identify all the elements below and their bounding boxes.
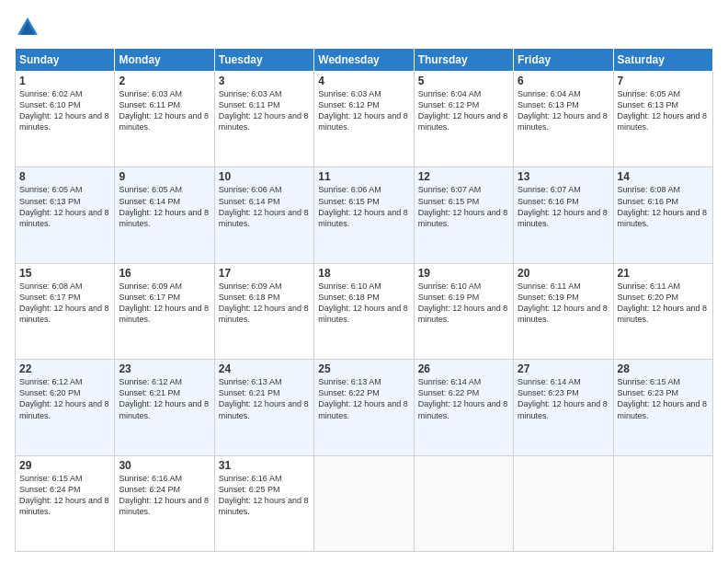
logo: [15, 15, 44, 40]
day-number: 13: [518, 170, 609, 183]
day-info: Sunrise: 6:15 AM Sunset: 6:23 PM Dayligh…: [618, 376, 709, 421]
day-info: Sunrise: 6:06 AM Sunset: 6:14 PM Dayligh…: [219, 184, 310, 229]
day-info: Sunrise: 6:15 AM Sunset: 6:24 PM Dayligh…: [19, 473, 110, 518]
day-info: Sunrise: 6:12 AM Sunset: 6:21 PM Dayligh…: [119, 376, 210, 421]
day-number: 10: [219, 170, 310, 183]
day-info: Sunrise: 6:03 AM Sunset: 6:11 PM Dayligh…: [119, 88, 210, 133]
day-number: 1: [19, 75, 110, 87]
day-info: Sunrise: 6:13 AM Sunset: 6:21 PM Dayligh…: [219, 376, 310, 421]
day-info: Sunrise: 6:07 AM Sunset: 6:15 PM Dayligh…: [418, 184, 509, 229]
calendar-cell: 18 Sunrise: 6:10 AM Sunset: 6:18 PM Dayl…: [314, 263, 414, 359]
day-info: Sunrise: 6:10 AM Sunset: 6:18 PM Dayligh…: [318, 281, 409, 326]
day-info: Sunrise: 6:14 AM Sunset: 6:22 PM Dayligh…: [418, 376, 509, 421]
day-number: 5: [418, 75, 509, 87]
day-info: Sunrise: 6:13 AM Sunset: 6:22 PM Dayligh…: [318, 376, 409, 421]
calendar-cell: 16 Sunrise: 6:09 AM Sunset: 6:17 PM Dayl…: [115, 263, 214, 359]
calendar-cell: 2 Sunrise: 6:03 AM Sunset: 6:11 PM Dayli…: [115, 72, 214, 167]
calendar-cell: 19 Sunrise: 6:10 AM Sunset: 6:19 PM Dayl…: [414, 263, 513, 359]
day-number: 18: [318, 267, 409, 280]
calendar-cell: 5 Sunrise: 6:04 AM Sunset: 6:12 PM Dayli…: [414, 72, 513, 167]
day-info: Sunrise: 6:03 AM Sunset: 6:12 PM Dayligh…: [318, 88, 409, 133]
day-number: 14: [618, 170, 709, 183]
day-header-tuesday: Tuesday: [214, 49, 313, 72]
page: SundayMondayTuesdayWednesdayThursdayFrid…: [0, 0, 728, 563]
day-number: 17: [219, 267, 310, 280]
calendar-cell: 15 Sunrise: 6:08 AM Sunset: 6:17 PM Dayl…: [16, 263, 115, 359]
day-info: Sunrise: 6:11 AM Sunset: 6:20 PM Dayligh…: [618, 281, 709, 326]
calendar-cell: 22 Sunrise: 6:12 AM Sunset: 6:20 PM Dayl…: [16, 360, 115, 455]
day-info: Sunrise: 6:11 AM Sunset: 6:19 PM Dayligh…: [518, 281, 609, 326]
day-number: 16: [119, 267, 210, 280]
calendar-cell: 27 Sunrise: 6:14 AM Sunset: 6:23 PM Dayl…: [514, 360, 613, 455]
day-info: Sunrise: 6:08 AM Sunset: 6:16 PM Dayligh…: [618, 184, 709, 229]
calendar-cell: 12 Sunrise: 6:07 AM Sunset: 6:15 PM Dayl…: [414, 167, 513, 263]
calendar-table: SundayMondayTuesdayWednesdayThursdayFrid…: [15, 48, 713, 552]
day-number: 15: [19, 267, 110, 280]
day-info: Sunrise: 6:07 AM Sunset: 6:16 PM Dayligh…: [518, 184, 609, 229]
day-number: 24: [219, 362, 310, 375]
day-header-sunday: Sunday: [16, 49, 115, 72]
day-header-friday: Friday: [514, 49, 613, 72]
calendar-cell: 23 Sunrise: 6:12 AM Sunset: 6:21 PM Dayl…: [115, 360, 214, 455]
calendar-cell: [613, 455, 712, 551]
calendar-cell: 9 Sunrise: 6:05 AM Sunset: 6:14 PM Dayli…: [115, 167, 214, 263]
day-info: Sunrise: 6:09 AM Sunset: 6:18 PM Dayligh…: [219, 281, 310, 326]
day-number: 29: [19, 459, 110, 472]
calendar-cell: 11 Sunrise: 6:06 AM Sunset: 6:15 PM Dayl…: [314, 167, 414, 263]
day-number: 22: [19, 362, 110, 375]
calendar-cell: [414, 455, 513, 551]
day-number: 3: [219, 75, 310, 87]
calendar-cell: 25 Sunrise: 6:13 AM Sunset: 6:22 PM Dayl…: [314, 360, 414, 455]
day-number: 27: [518, 362, 609, 375]
day-number: 21: [618, 267, 709, 280]
day-info: Sunrise: 6:04 AM Sunset: 6:12 PM Dayligh…: [418, 88, 509, 133]
day-number: 2: [119, 75, 210, 87]
day-number: 20: [518, 267, 609, 280]
day-info: Sunrise: 6:14 AM Sunset: 6:23 PM Dayligh…: [518, 376, 609, 421]
calendar-cell: 13 Sunrise: 6:07 AM Sunset: 6:16 PM Dayl…: [514, 167, 613, 263]
day-info: Sunrise: 6:12 AM Sunset: 6:20 PM Dayligh…: [19, 376, 110, 421]
day-info: Sunrise: 6:06 AM Sunset: 6:15 PM Dayligh…: [318, 184, 409, 229]
calendar-cell: [514, 455, 613, 551]
calendar-cell: 14 Sunrise: 6:08 AM Sunset: 6:16 PM Dayl…: [613, 167, 712, 263]
day-info: Sunrise: 6:09 AM Sunset: 6:17 PM Dayligh…: [119, 281, 210, 326]
day-info: Sunrise: 6:05 AM Sunset: 6:13 PM Dayligh…: [618, 88, 709, 133]
day-info: Sunrise: 6:03 AM Sunset: 6:11 PM Dayligh…: [219, 88, 310, 133]
logo-icon: [15, 15, 40, 40]
day-number: 23: [119, 362, 210, 375]
day-header-wednesday: Wednesday: [314, 49, 414, 72]
day-header-monday: Monday: [115, 49, 214, 72]
day-info: Sunrise: 6:05 AM Sunset: 6:14 PM Dayligh…: [119, 184, 210, 229]
calendar-cell: 4 Sunrise: 6:03 AM Sunset: 6:12 PM Dayli…: [314, 72, 414, 167]
day-number: 19: [418, 267, 509, 280]
day-number: 11: [318, 170, 409, 183]
calendar-cell: 7 Sunrise: 6:05 AM Sunset: 6:13 PM Dayli…: [613, 72, 712, 167]
calendar-cell: 20 Sunrise: 6:11 AM Sunset: 6:19 PM Dayl…: [514, 263, 613, 359]
calendar-cell: 26 Sunrise: 6:14 AM Sunset: 6:22 PM Dayl…: [414, 360, 513, 455]
calendar-cell: 28 Sunrise: 6:15 AM Sunset: 6:23 PM Dayl…: [613, 360, 712, 455]
day-number: 25: [318, 362, 409, 375]
calendar-cell: 31 Sunrise: 6:16 AM Sunset: 6:25 PM Dayl…: [214, 455, 313, 551]
header: [15, 15, 713, 40]
day-number: 6: [518, 75, 609, 87]
calendar-cell: 10 Sunrise: 6:06 AM Sunset: 6:14 PM Dayl…: [214, 167, 313, 263]
day-header-saturday: Saturday: [613, 49, 712, 72]
day-info: Sunrise: 6:08 AM Sunset: 6:17 PM Dayligh…: [19, 281, 110, 326]
day-number: 30: [119, 459, 210, 472]
calendar-cell: 3 Sunrise: 6:03 AM Sunset: 6:11 PM Dayli…: [214, 72, 313, 167]
calendar-cell: 1 Sunrise: 6:02 AM Sunset: 6:10 PM Dayli…: [16, 72, 115, 167]
calendar-cell: 17 Sunrise: 6:09 AM Sunset: 6:18 PM Dayl…: [214, 263, 313, 359]
calendar-cell: 29 Sunrise: 6:15 AM Sunset: 6:24 PM Dayl…: [16, 455, 115, 551]
day-info: Sunrise: 6:04 AM Sunset: 6:13 PM Dayligh…: [518, 88, 609, 133]
day-info: Sunrise: 6:16 AM Sunset: 6:24 PM Dayligh…: [119, 473, 210, 518]
day-number: 4: [318, 75, 409, 87]
day-number: 31: [219, 459, 310, 472]
calendar-cell: [314, 455, 414, 551]
calendar-cell: 6 Sunrise: 6:04 AM Sunset: 6:13 PM Dayli…: [514, 72, 613, 167]
day-number: 26: [418, 362, 509, 375]
day-number: 12: [418, 170, 509, 183]
day-number: 9: [119, 170, 210, 183]
day-number: 8: [19, 170, 110, 183]
calendar-cell: 24 Sunrise: 6:13 AM Sunset: 6:21 PM Dayl…: [214, 360, 313, 455]
day-info: Sunrise: 6:16 AM Sunset: 6:25 PM Dayligh…: [219, 473, 310, 518]
